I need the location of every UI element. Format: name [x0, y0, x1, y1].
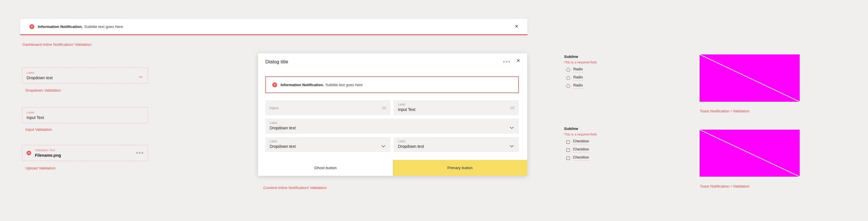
checkbox-icon[interactable] — [566, 148, 570, 152]
notification-text: Information Notification.Subtitle text g… — [38, 25, 123, 29]
radio-label[interactable]: Radio — [573, 75, 583, 81]
checkbox-option[interactable]: Checkbox — [566, 148, 597, 152]
caption-dropdown-validation: Dropdown Validation — [25, 88, 61, 93]
input-field-filled[interactable]: Label Input Text 00 — [394, 100, 519, 115]
checkbox-icon[interactable] — [566, 156, 570, 160]
checkbox-group: Subline This is a required field. Checkb… — [564, 127, 597, 160]
notification-title: Information Notification. — [281, 83, 324, 87]
radio-icon[interactable] — [566, 84, 570, 88]
content-inline-notification: ✕ Information Notification.Subtitle text… — [265, 76, 519, 93]
dialog-title: Dialog title — [265, 59, 288, 65]
checkbox-option[interactable]: Checkbox — [566, 140, 597, 144]
field-label: Label — [270, 121, 515, 124]
dropdown-validation-field[interactable]: Label Dropdown text — [22, 67, 148, 84]
diagonal-line — [700, 55, 800, 102]
field-value: Input Text — [398, 107, 515, 112]
toast-placeholder-image — [700, 55, 800, 102]
field-value: Dropdown text — [270, 126, 515, 130]
radio-group-title: Subline — [564, 55, 597, 59]
field-value: Dropdown text — [27, 76, 143, 80]
checkbox-option[interactable]: Checkbox — [566, 156, 597, 160]
close-icon[interactable]: ✕ — [515, 24, 519, 29]
radio-label[interactable]: Radio — [573, 67, 583, 72]
input-validation-field[interactable]: Label Input Text — [22, 107, 148, 123]
field-value: Dropdown text — [398, 144, 515, 148]
field-label: Label — [398, 140, 515, 143]
notification-subtitle: Subtitle text goes here — [325, 83, 363, 87]
radio-label[interactable]: Radio — [573, 84, 583, 89]
primary-button[interactable]: Primary button — [393, 160, 527, 176]
caption-input-validation: Input Validation — [25, 127, 52, 132]
chevron-down-icon[interactable] — [509, 144, 514, 149]
input-field-empty[interactable]: Input 00 — [265, 100, 391, 115]
field-value: Dropdown text — [270, 144, 386, 148]
radio-option[interactable]: Radio — [566, 76, 597, 80]
dialog: Dialog title ✕ ✕ Information Notificatio… — [258, 53, 527, 176]
kebab-menu-icon[interactable] — [136, 152, 143, 154]
upload-filename: Filename.png — [35, 153, 61, 157]
dropdown-field-left[interactable]: Label Dropdown text — [265, 137, 391, 152]
caption-dashboard-notification: Dashboard-Inline Notification/ Validatio… — [23, 42, 91, 47]
caption-toast-validation-1: Toast Notification / Validation — [700, 109, 749, 113]
radio-group-error: This is a required field. — [564, 61, 597, 64]
dialog-footer: Ghost button Primary button — [258, 160, 527, 176]
dropdown-field-right[interactable]: Label Dropdown text — [394, 137, 519, 152]
checkbox-icon[interactable] — [566, 140, 570, 144]
field-label: Label — [270, 140, 386, 143]
error-icon: ✕ — [272, 83, 277, 87]
radio-option[interactable]: Radio — [566, 68, 597, 72]
chevron-down-icon[interactable] — [381, 144, 385, 149]
upload-validation-text: Validation Text — [35, 149, 61, 152]
field-label: Label — [27, 71, 143, 74]
radio-group: Subline This is a required field. Radio … — [564, 55, 597, 88]
checkbox-group-error: This is a required field. — [564, 133, 597, 136]
dropdown-field-full[interactable]: Label Dropdown text — [265, 119, 519, 134]
caption-toast-validation-2: Toast Notification / Validation — [700, 184, 749, 188]
radio-icon[interactable] — [566, 76, 570, 80]
notification-text: Information Notification.Subtitle text g… — [281, 83, 363, 87]
error-icon: ✕ — [27, 151, 31, 155]
diagonal-line — [700, 130, 800, 177]
checkbox-group-title: Subline — [564, 127, 597, 131]
field-label: Label — [398, 103, 515, 106]
field-label: Label — [27, 111, 143, 114]
checkbox-label[interactable]: Checkbox — [573, 139, 589, 144]
ghost-button[interactable]: Ghost button — [258, 160, 393, 176]
chevron-down-icon[interactable] — [509, 125, 514, 130]
caption-content-inline-notification: Content-Inline Notification/ Validation — [263, 186, 327, 190]
notification-subtitle: Subtitle text goes here — [84, 25, 123, 29]
upload-validation-item: ✕ Validation Text Filename.png — [22, 145, 148, 161]
checkbox-label[interactable]: Checkbox — [573, 148, 589, 152]
kebab-menu-icon[interactable] — [503, 61, 510, 63]
close-icon[interactable]: ✕ — [517, 59, 520, 63]
notification-title: Information Notification. — [38, 25, 83, 29]
char-counter: 00 — [382, 106, 386, 110]
caption-upload-validation: Upload Validation — [25, 166, 56, 170]
char-counter: 00 — [510, 106, 515, 110]
radio-option[interactable]: Radio — [566, 84, 597, 88]
dashboard-inline-notification: ✕ Information Notification.Subtitle text… — [20, 19, 527, 35]
checkbox-label[interactable]: Checkbox — [573, 156, 589, 160]
radio-icon[interactable] — [566, 68, 570, 72]
chevron-down-icon[interactable] — [139, 74, 143, 80]
field-value: Input Text — [27, 116, 143, 120]
input-placeholder: Input — [270, 106, 278, 110]
toast-placeholder-image — [700, 130, 800, 177]
error-icon: ✕ — [29, 24, 34, 29]
